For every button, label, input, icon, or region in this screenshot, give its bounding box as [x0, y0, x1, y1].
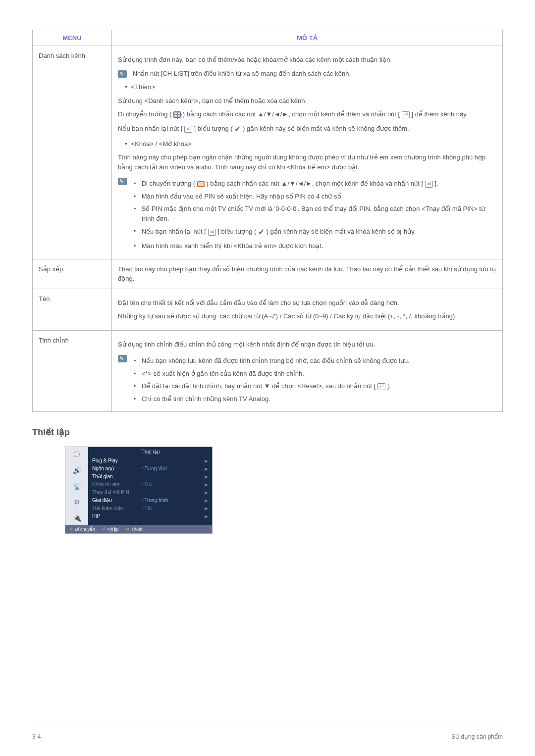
text: Những ký tự sau sẽ được sử dụng: các chữ…: [118, 311, 496, 321]
row-name-menu: Tên: [33, 289, 112, 330]
osd-title: Thiết lập: [92, 449, 208, 456]
osd-item-val: : Tiếng Việt: [142, 465, 186, 473]
osd-item-val: [142, 512, 186, 520]
th-desc: MÔ TẢ: [112, 30, 503, 46]
note-item: Nếu bạn nhấn lại nút [ ⏎ ] biểu tượng ( …: [142, 226, 494, 238]
osd-item-val: [142, 457, 186, 465]
return-icon: ↺: [126, 527, 130, 532]
frag: Di chuyển trường (: [142, 180, 196, 187]
frag: ) gần kênh này sẽ biến mất và khóa kênh …: [267, 228, 416, 235]
chevron-right-icon: ▶: [186, 512, 208, 520]
field-cursor-lock-icon: [197, 181, 205, 187]
footer-enter: Nhập: [107, 527, 119, 532]
note-item: Số PIN mặc định cho một TV chiếc TV mới …: [142, 204, 494, 223]
note-item: Màn hình màu xanh hiển thị khi <Khóa trẻ…: [142, 241, 494, 251]
osd-item-label: Khóa trẻ em: [92, 481, 142, 489]
frag: Nếu bạn nhấn lại nút [: [118, 125, 182, 132]
frag: ] để thêm kênh này.: [411, 110, 468, 118]
osd-item-label: Tiết kiệm điện: [92, 504, 142, 512]
osd-footer: ✥Di chuyển ⏎Nhập ↺Thoát: [65, 525, 212, 533]
chevron-right-icon: ▶: [186, 497, 208, 504]
text: Di chuyển trường ( ) bằng cách nhấn các …: [118, 109, 496, 119]
osd-item-label: PIP: [92, 512, 142, 520]
note-icon: [118, 355, 127, 362]
enter-icon: ⏎: [208, 229, 216, 236]
row-name-desc: Đặt tên cho thiết bị kết nối với đầu cắm…: [112, 289, 503, 330]
osd-item-val: : Mở: [142, 481, 186, 489]
osd-setup-panel: 🖵 🔊 📡 ⚙ 🔌 Thiết lập Plug & Play▶ Ngôn ng…: [65, 447, 213, 534]
chevron-right-icon: ▶: [186, 457, 208, 465]
frag: ].: [434, 180, 438, 187]
osd-item-val: [142, 473, 186, 481]
text: Nếu bạn nhấn lại nút [ ⏎ ] biểu tượng ( …: [118, 123, 496, 135]
text: Sử dụng tinh chỉnh điều chỉnh thủ công m…: [118, 340, 496, 350]
menu-table: MENU MÔ TẢ Danh sách kênh Sử dụng trình …: [32, 30, 503, 412]
chevron-right-icon: ▶: [186, 481, 208, 489]
picture-icon: 🖵: [70, 449, 83, 460]
field-cursor-icon: [173, 111, 181, 118]
osd-item-label: Giai điệu: [92, 497, 142, 504]
row-sort-menu: Sắp xếp: [33, 259, 112, 289]
frag: ] biểu tượng (: [194, 125, 233, 132]
check-icon: ✓: [234, 123, 241, 135]
note-text: Nhấn nút [CH LIST] trên điều khiển từ xa…: [133, 70, 351, 77]
enter-icon: ⏎: [377, 383, 385, 390]
osd-icon-column: 🖵 🔊 📡 ⚙ 🔌: [65, 447, 88, 525]
frag: Nếu bạn nhấn lại nút [: [142, 228, 206, 235]
chevron-right-icon: ▶: [186, 473, 208, 481]
osd-item-label: Ngôn ngữ: [92, 465, 142, 473]
sound-icon: 🔊: [70, 465, 83, 476]
frag: ] biểu tượng (: [217, 228, 256, 235]
footer-move: Di chuyển: [75, 527, 95, 532]
note-item: Di chuyển trường ( ) bằng cách nhấn các …: [142, 179, 494, 189]
page-number: 3-4: [32, 733, 41, 740]
section-title-setup: Thiết lập: [32, 427, 503, 438]
text: Sử dụng trình đơn này, bạn có thể thêm/x…: [118, 55, 496, 65]
bullet-add: <Thêm>: [125, 82, 496, 92]
frag: ) bằng cách nhấn các nút ▲/▼/◄/►, chọn m…: [183, 110, 400, 118]
gear-icon: ⚙: [70, 497, 83, 507]
frag: ) bằng cách nhấn các nút ▲/▼/◄/►, chọn m…: [206, 180, 423, 187]
enter-icon: ⏎: [102, 527, 106, 532]
row-sort-desc: Thao tác này cho phép bạn thay đổi số hi…: [112, 259, 503, 289]
footer-divider: [32, 727, 503, 727]
input-icon: 🔌: [70, 512, 83, 523]
enter-icon: ⏎: [402, 111, 410, 118]
enter-icon: ⏎: [425, 181, 433, 188]
note-item: Để đặt lại cài đặt tinh chỉnh, hãy nhấn …: [142, 381, 494, 391]
note-item: <*> sẽ xuất hiện ở gần tên của kênh đã đ…: [142, 369, 494, 379]
osd-item-val: : Trung bình: [142, 497, 186, 504]
footer-return: Thoát: [131, 527, 143, 532]
text: Sử dụng <Danh sách kênh>, bạn có thể thê…: [118, 96, 496, 106]
move-icon: ✥: [69, 527, 73, 532]
bullet-lock: <Khóa> / <Mở khóa>: [125, 139, 496, 149]
frag: ) gần kênh này sẽ biến mất và kênh sẽ kh…: [243, 125, 409, 132]
osd-item-label: Plug & Play: [92, 457, 142, 465]
footer-label: Sử dụng sản phẩm: [451, 733, 503, 740]
th-menu: MENU: [33, 30, 112, 46]
osd-item-val: [142, 489, 186, 497]
chevron-right-icon: ▶: [186, 465, 208, 473]
frag: Di chuyển trường (: [118, 110, 172, 118]
osd-item-label: Thay đổi mã PIN: [92, 489, 142, 497]
enter-icon: ⏎: [184, 126, 192, 133]
row-channel-list-menu: Danh sách kênh: [33, 46, 112, 259]
osd-item-label: Thời gian: [92, 473, 142, 481]
note-item: Chỉ có thể tinh chỉnh những kênh TV Anal…: [142, 394, 494, 404]
note-icon: [118, 178, 127, 185]
text: Tính năng này cho phép bạn ngăn chặn nhữ…: [118, 152, 496, 172]
chevron-right-icon: ▶: [186, 489, 208, 497]
note-item: Màn hình đầu vào số PIN sẽ xuất hiện. Hã…: [142, 192, 494, 202]
note-item: Nếu bạn không lưu kênh đã được tinh chỉn…: [142, 356, 494, 366]
channel-icon: 📡: [70, 481, 83, 492]
row-channel-list-desc: Sử dụng trình đơn này, bạn có thể thêm/x…: [112, 46, 503, 259]
check-icon: ✓: [258, 226, 265, 238]
osd-item-val: : Tắt: [142, 504, 186, 512]
row-finetune-desc: Sử dụng tinh chỉnh điều chỉnh thủ công m…: [112, 330, 503, 412]
note-icon: [118, 70, 127, 78]
row-finetune-menu: Tinh chỉnh: [33, 330, 112, 412]
text: Đặt tên cho thiết bị kết nối với đầu cắm…: [118, 298, 496, 308]
chevron-right-icon: ▶: [186, 504, 208, 512]
frag: ].: [387, 382, 390, 390]
frag: Để đặt lại cài đặt tinh chỉnh, hãy nhấn …: [142, 382, 376, 390]
